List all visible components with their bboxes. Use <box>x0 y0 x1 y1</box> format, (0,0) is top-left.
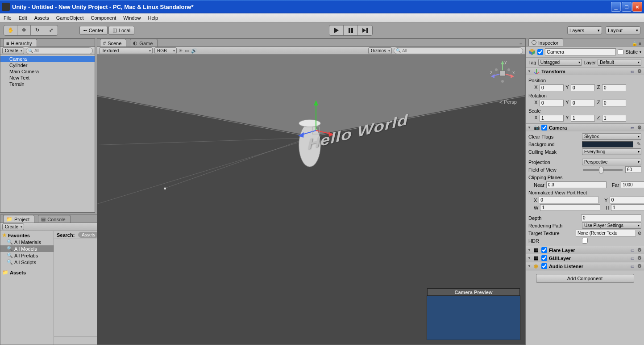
favorite-item[interactable]: 🔍All Scripts <box>0 259 54 265</box>
menu-edit[interactable]: Edit <box>15 15 31 21</box>
rotation-z[interactable] <box>602 100 626 106</box>
tab-hierarchy[interactable]: ≡Hierarchy <box>3 39 37 46</box>
transform-header[interactable]: Transform <box>526 67 644 75</box>
guilayer-enabled[interactable] <box>541 255 547 261</box>
scene-audio-toggle[interactable]: 🔊 <box>191 48 197 54</box>
assets-header[interactable]: 📁Assets <box>0 269 54 276</box>
menu-file[interactable]: File <box>0 15 15 21</box>
gear-icon[interactable] <box>636 263 642 269</box>
layers-dropdown[interactable]: Layers <box>567 26 602 34</box>
scale-tool[interactable]: ⤢ <box>44 25 58 35</box>
position-y[interactable] <box>571 84 595 91</box>
favorites-header[interactable]: ★Favorites <box>0 232 54 239</box>
help-icon[interactable] <box>630 255 636 261</box>
audiolistener-header[interactable]: ◉Audio Listener <box>526 262 644 270</box>
hierarchy-item[interactable]: Terrain <box>0 81 95 87</box>
scale-z[interactable] <box>602 115 626 122</box>
hierarchy-item[interactable]: New Text <box>0 75 95 81</box>
audiolistener-enabled[interactable] <box>541 263 547 269</box>
orientation-gizmo[interactable]: y x z <box>489 60 516 87</box>
gizmos-dropdown[interactable]: Gizmos <box>368 47 392 54</box>
viewport-x[interactable] <box>539 197 599 203</box>
viewport-w[interactable] <box>540 204 600 211</box>
hierarchy-item[interactable]: Main Camera <box>0 68 95 75</box>
minimize-button[interactable]: _ <box>611 2 621 12</box>
gameobject-name-field[interactable] <box>545 48 616 55</box>
near-field[interactable] <box>546 181 607 188</box>
layout-dropdown[interactable]: Layout <box>606 26 640 34</box>
tab-inspector[interactable]: ⓘInspector <box>528 38 563 46</box>
favorite-item[interactable]: 🔍All Materials <box>0 239 54 245</box>
maximize-button[interactable]: □ <box>622 2 632 12</box>
scale-x[interactable] <box>540 115 564 122</box>
far-field[interactable] <box>621 181 644 188</box>
flarelayer-header[interactable]: ▦Flare Layer <box>526 246 644 254</box>
scene-2d-toggle[interactable]: ▭ <box>185 48 189 54</box>
tab-console[interactable]: ▤Console <box>38 215 70 223</box>
camera-enabled[interactable] <box>541 125 547 130</box>
tab-scene[interactable]: #Scene <box>100 39 126 46</box>
fov-slider[interactable] <box>583 169 623 171</box>
menu-gameobject[interactable]: GameObject <box>53 15 87 21</box>
cullingmask-dropdown[interactable]: Everything <box>582 148 641 155</box>
projection-dropdown[interactable]: Perspective <box>582 159 641 165</box>
clearflags-dropdown[interactable]: Skybox <box>582 133 641 140</box>
tab-game[interactable]: ◐Game <box>130 39 158 46</box>
menu-window[interactable]: Window <box>120 15 144 21</box>
position-z[interactable] <box>602 84 626 91</box>
menu-assets[interactable]: Assets <box>31 15 53 21</box>
menu-help[interactable]: Help <box>144 15 162 21</box>
gear-icon[interactable] <box>636 68 642 74</box>
gameobject-enabled[interactable] <box>537 49 543 55</box>
rotate-tool[interactable]: ↻ <box>31 25 44 35</box>
tag-dropdown[interactable]: Untagged <box>538 59 582 66</box>
help-icon[interactable] <box>630 68 636 74</box>
close-button[interactable]: × <box>632 2 642 12</box>
targettexture-field[interactable] <box>576 230 636 236</box>
move-gizmo[interactable] <box>298 99 334 144</box>
menu-component[interactable]: Component <box>87 15 120 21</box>
viewport-h[interactable] <box>611 204 644 211</box>
project-create-dropdown[interactable]: Create <box>2 223 24 230</box>
gear-icon[interactable] <box>636 255 642 261</box>
help-icon[interactable] <box>630 247 636 253</box>
flarelayer-enabled[interactable] <box>541 247 547 253</box>
gear-icon[interactable] <box>636 125 642 130</box>
gear-icon[interactable] <box>636 247 642 253</box>
rotation-y[interactable] <box>571 100 595 106</box>
pivot-toggle[interactable]: ▪▪Center <box>79 26 108 35</box>
guilayer-header[interactable]: ▦GUILayer <box>526 254 644 262</box>
rendermode-dropdown[interactable]: RGB <box>154 47 177 54</box>
handle-toggle[interactable]: ◫Local <box>108 26 134 35</box>
scene-view[interactable]: Hello World y x z ≺ Persp Camera Preview <box>97 55 525 345</box>
add-component-button[interactable]: Add Component <box>536 274 634 283</box>
tab-project[interactable]: 📁Project <box>3 215 34 223</box>
scene-search[interactable]: All <box>394 47 523 54</box>
hierarchy-create-dropdown[interactable]: Create <box>2 47 24 54</box>
step-button[interactable] <box>358 25 372 35</box>
camera-header[interactable]: 📷 Camera <box>526 124 644 131</box>
renderingpath-dropdown[interactable]: Use Player Settings <box>582 222 641 229</box>
hdr-checkbox[interactable] <box>582 238 588 244</box>
help-icon[interactable] <box>630 125 636 130</box>
scene-light-toggle[interactable]: ☀ <box>179 48 183 54</box>
layer-dropdown[interactable]: Default <box>598 59 641 66</box>
static-dropdown-icon[interactable]: ▾ <box>640 50 641 54</box>
shading-dropdown[interactable]: Textured <box>99 47 153 54</box>
favorite-item[interactable]: 🔍All Models <box>0 245 54 252</box>
hierarchy-item[interactable]: Cylinder <box>0 62 95 68</box>
static-checkbox[interactable] <box>618 49 623 55</box>
favorite-item[interactable]: 🔍All Prefabs <box>0 252 54 259</box>
play-button[interactable] <box>329 25 344 35</box>
panel-menu-icon[interactable]: ≡ <box>519 42 522 46</box>
hierarchy-item[interactable]: Camera <box>0 56 95 62</box>
background-color[interactable] <box>582 141 633 147</box>
eyedropper-icon[interactable]: ✎ <box>636 141 641 147</box>
fov-field[interactable] <box>625 166 641 173</box>
inspector-lock[interactable]: 🔒 ≡ <box>632 41 641 46</box>
hand-tool[interactable]: ✋ <box>4 25 17 35</box>
position-x[interactable] <box>540 84 564 91</box>
scale-y[interactable] <box>571 115 595 122</box>
target-picker-icon[interactable]: ⊙ <box>638 231 641 236</box>
rotation-x[interactable] <box>540 100 564 106</box>
